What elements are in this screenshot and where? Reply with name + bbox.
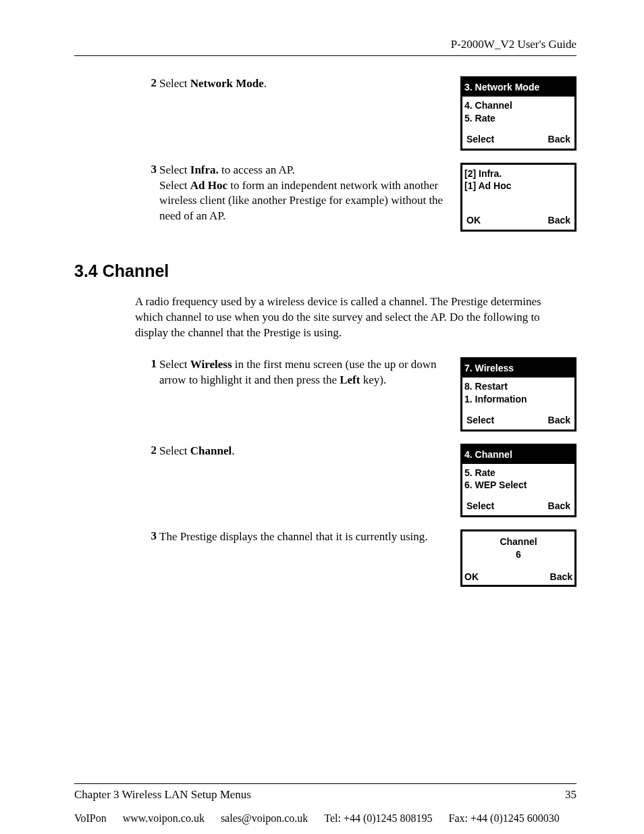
softkey-left: Select [466,500,494,513]
screen-line: Channel [464,536,572,548]
screen-body: 5. Rate 6. WEP Select Select Back [462,464,574,516]
email: sales@voipon.co.uk [221,812,308,825]
footer: Chapter 3 Wireless LAN Setup Menus 35 [74,783,576,802]
softkey-right: Back [548,133,570,146]
softkey-right: Back [548,214,570,227]
step-row: 2 Select Channel. 4. Channel 5. Rate 6. … [74,444,576,518]
step-text: Select Infra. to access an AP. Select Ad… [159,163,460,225]
header-title: P-2000W_V2 User's Guide [74,38,576,51]
screen-body: Channel 6 [462,531,574,563]
softkey-left: Select [466,414,494,427]
step-text: The Prestige displays the channel that i… [159,529,460,545]
footer-rule [74,783,576,784]
screen-title: 7. Wireless [462,359,574,377]
step-number: 3 [142,529,159,543]
company-name: VoIPon [74,812,107,825]
device-screen: Channel 6 OK Back [460,529,576,587]
page-number: 35 [565,788,576,802]
screen-line: 8. Restart [464,380,572,393]
step-row: 2 Select Network Mode. 3. Network Mode 4… [74,76,576,151]
screen-body: 8. Restart 1. Information Select Back [462,377,574,429]
screen-title: 3. Network Mode [462,78,574,97]
device-screen: 3. Network Mode 4. Channel 5. Rate Selec… [460,76,576,151]
section-heading: 3.4 Channel [74,261,576,281]
softkey-left: Select [466,133,494,146]
telephone: Tel: +44 (0)1245 808195 [324,812,432,825]
screen-line: 6 [464,548,572,561]
chapter-title: Chapter 3 Wireless LAN Setup Menus [74,788,251,802]
page: P-2000W_V2 User's Guide 2 Select Network… [0,0,644,834]
step-number: 2 [142,76,159,90]
step-row: 1 Select Wireless in the first menu scre… [74,357,576,432]
softkey-right: Back [548,414,570,427]
step-number: 1 [142,357,159,371]
softkey-left: OK [464,571,479,583]
fax: Fax: +44 (0)1245 600030 [449,812,560,825]
screen-title: 4. Channel [462,446,574,464]
step-text: Select Channel. [159,444,460,459]
softkey-left: OK [466,214,481,227]
softkey-right: Back [548,500,570,513]
screen-line: 5. Rate [464,112,572,125]
screen-line: 5. Rate [464,467,572,479]
screen-line: [1] Ad Hoc [464,180,572,192]
step-text: Select Wireless in the first menu screen… [159,357,460,388]
header-rule [74,55,576,56]
step-row: 3 The Prestige displays the channel that… [74,529,576,587]
step-number: 2 [142,444,159,457]
softkey-right: Back [550,571,572,583]
screen-body: [2] Infra. [1] Ad Hoc OK Back [462,165,574,230]
sub-footer: VoIPon www.voipon.co.uk sales@voipon.co.… [74,812,576,825]
screen-line: 1. Information [464,393,572,406]
screen-body: 4. Channel 5. Rate Select Back [462,97,574,149]
device-screen: 4. Channel 5. Rate 6. WEP Select Select … [460,444,576,518]
website: www.voipon.co.uk [123,812,205,825]
device-screen: [2] Infra. [1] Ad Hoc OK Back [460,163,576,232]
screen-line: 4. Channel [464,99,572,112]
step-number: 3 [142,163,159,176]
step-row: 3 Select Infra. to access an AP. Select … [74,163,576,232]
step-text: Select Network Mode. [159,76,460,92]
screen-line: 6. WEP Select [464,479,572,492]
device-screen: 7. Wireless 8. Restart 1. Information Se… [460,357,576,432]
section-paragraph: A radio frequency used by a wireless dev… [135,294,554,341]
screen-line: [2] Infra. [464,167,572,180]
